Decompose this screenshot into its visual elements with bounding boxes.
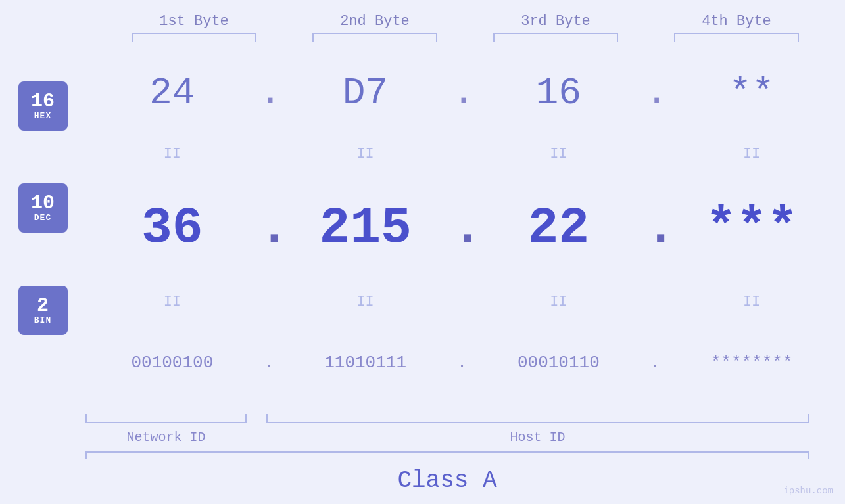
dec-num: 10 (31, 193, 55, 213)
hex-b1: 24 (149, 72, 195, 114)
class-label-container: Class A (85, 467, 809, 494)
hex-badge: 16 HEX (18, 81, 68, 131)
dot-dec-3: . (645, 199, 665, 257)
eq1-b1: II (85, 145, 259, 164)
watermark: ipshu.com (783, 486, 833, 496)
byte-header-1: 1st Byte (104, 13, 285, 30)
dec-b4: *** (706, 199, 798, 257)
content-area: 16 HEX 10 DEC 2 BIN 24 . D7 . 16 . ** (0, 42, 845, 414)
top-bracket-4 (674, 33, 799, 42)
bottom-brackets (85, 414, 809, 424)
class-label: Class A (397, 467, 496, 494)
eq2-b2: II (279, 292, 452, 311)
hex-row: 24 . D7 . 16 . ** (85, 42, 838, 145)
dot-dec-1: . (259, 199, 279, 257)
network-id-bracket (85, 414, 247, 423)
hex-b2: D7 (343, 72, 389, 114)
class-section: Class A (0, 451, 845, 501)
bin-b2: 11010111 (324, 353, 406, 373)
host-id-label: Host ID (266, 430, 809, 445)
data-grid: 24 . D7 . 16 . ** II II II II 36 (85, 42, 845, 414)
eq1-b4: II (665, 145, 838, 164)
top-brackets (104, 33, 827, 42)
dec-row: 36 . 215 . 22 . *** (85, 164, 838, 292)
dec-b3: 22 (528, 199, 590, 257)
dec-name: DEC (34, 213, 51, 223)
eq1-b3: II (472, 145, 646, 164)
eq2-b4: II (665, 292, 838, 311)
eq1-b2: II (279, 145, 452, 164)
dot-hex-1: . (259, 72, 279, 114)
equals-row-1: II II II II (85, 145, 838, 164)
byte-header-2: 2nd Byte (285, 13, 466, 30)
top-bracket-2 (312, 33, 437, 42)
dot-hex-2: . (452, 72, 472, 114)
id-labels-row: Network ID Host ID (85, 430, 809, 445)
dot-bin-3: . (645, 353, 665, 373)
byte-header-4: 4th Byte (646, 13, 827, 30)
byte-headers: 1st Byte 2nd Byte 3rd Byte 4th Byte (104, 13, 827, 30)
top-bracket-1 (132, 33, 256, 42)
dec-b1: 36 (141, 199, 203, 257)
hex-b4: ** (729, 72, 775, 114)
dot-bin-1: . (259, 353, 279, 373)
eq2-b3: II (472, 292, 646, 311)
labels-col: 16 HEX 10 DEC 2 BIN (0, 42, 85, 414)
class-bracket (85, 451, 809, 459)
network-id-label: Network ID (85, 430, 247, 445)
top-bracket-3 (493, 33, 618, 42)
bin-row: 00100100 . 11010111 . 00010110 . *******… (85, 311, 838, 414)
dot-dec-2: . (452, 199, 472, 257)
hex-name: HEX (34, 111, 51, 121)
dec-b2: 215 (319, 199, 411, 257)
dot-hex-3: . (645, 72, 665, 114)
dot-bin-2: . (452, 353, 472, 373)
byte-header-3: 3rd Byte (466, 13, 646, 30)
main-container: 1st Byte 2nd Byte 3rd Byte 4th Byte 16 H… (0, 0, 845, 504)
bin-badge: 2 BIN (18, 286, 68, 335)
bin-b3: 00010110 (518, 353, 600, 373)
bin-b1: 00100100 (131, 353, 213, 373)
hex-b3: 16 (536, 72, 582, 114)
bottom-section: Network ID Host ID (0, 414, 845, 445)
hex-num: 16 (31, 91, 55, 111)
dec-badge: 10 DEC (18, 183, 68, 233)
bin-name: BIN (34, 315, 51, 325)
eq2-b1: II (85, 292, 259, 311)
equals-row-2: II II II II (85, 292, 838, 311)
bin-num: 2 (37, 296, 49, 315)
bin-b4: ******** (711, 353, 793, 373)
host-id-bracket (266, 414, 809, 423)
